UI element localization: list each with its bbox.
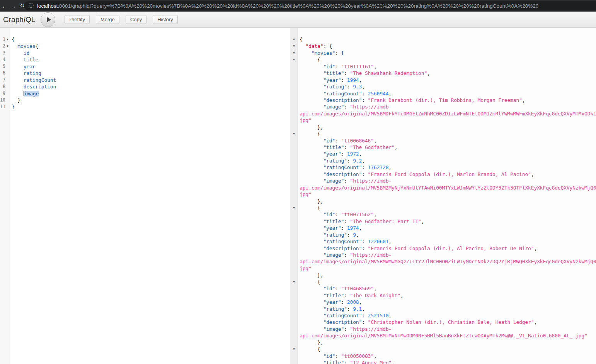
result-line: "description": "Francis Ford Coppola (di…	[300, 245, 596, 252]
result-line: api.com/images/original/MV5BM2MyNjYxNmUt…	[300, 185, 596, 191]
back-icon[interactable]: ←	[0, 3, 9, 9]
fold-arrow-icon[interactable]: ▾	[290, 43, 298, 49]
url-path: :8081/graphiql?query=%7B%0A%20%20movies%…	[58, 3, 538, 9]
result-line: jpg"	[300, 265, 596, 272]
graphiql-toolbar: GraphiQL Prettify Merge Copy History	[0, 12, 596, 28]
fold-spacer	[5, 90, 10, 97]
result-line: "data": {	[300, 43, 596, 49]
result-line: "rating": 9.3,	[300, 83, 596, 90]
query-line: {	[12, 36, 290, 43]
fold-arrow-icon[interactable]: ▾	[5, 36, 10, 43]
line-number: 5	[0, 63, 5, 70]
gutter-row: 3	[0, 50, 10, 56]
fold-arrow-icon[interactable]: ▾	[290, 36, 298, 43]
result-line: "rating": 9.1,	[300, 306, 596, 312]
query-line: }	[12, 97, 290, 103]
result-fold-gutter: ▾▾▾▾▾▾▾▾	[290, 28, 298, 364]
query-line: ratingCount	[12, 77, 290, 83]
fold-arrow-icon[interactable]: ▾	[290, 50, 298, 56]
fold-arrow-icon[interactable]: ▾	[290, 279, 298, 285]
site-info-icon[interactable]: ⓘ	[29, 2, 34, 9]
query-line: movies{	[12, 43, 290, 49]
line-number: 7	[0, 77, 5, 83]
result-line: "description": "Christopher Nolan (dir.)…	[300, 319, 596, 325]
result-line: jpg"	[300, 191, 596, 198]
history-button[interactable]: History	[153, 15, 177, 24]
result-line: "year": 1972,	[300, 151, 596, 157]
url-input[interactable]: ⓘ localhost:8081/graphiql?query=%7B%0A%2…	[24, 1, 596, 10]
result-line: "year": 2008,	[300, 299, 596, 305]
result-line: "ratingCount": 1762728,	[300, 164, 596, 171]
forward-icon[interactable]: →	[9, 3, 18, 9]
copy-button[interactable]: Copy	[126, 15, 146, 24]
result-line: "id": "tt0068646",	[300, 137, 596, 144]
line-number: 8	[0, 83, 5, 90]
query-line: image	[12, 90, 290, 97]
fold-arrow-icon[interactable]: ▾	[290, 130, 298, 137]
gutter-row: 2▾	[0, 43, 10, 49]
result-line: "rating": 9.2,	[300, 157, 596, 164]
fold-spacer	[5, 77, 10, 83]
query-line: title	[12, 56, 290, 63]
gutter-row: 6	[0, 70, 10, 76]
fold-arrow-icon[interactable]: ▾	[5, 43, 10, 49]
query-line: description	[12, 83, 290, 90]
result-line: "description": "Frank Darabont (dir.), T…	[300, 97, 596, 103]
execute-query-button[interactable]	[41, 12, 55, 27]
result-line: api.com/images/original/MV5BMTMxNTMwODM0…	[300, 332, 596, 339]
result-line: "title": "12 Angry Men",	[300, 359, 596, 364]
result-line: },	[300, 124, 596, 130]
line-number: 9	[0, 90, 5, 97]
result-line: "image": "https://imdb-	[300, 326, 596, 332]
query-editor[interactable]: 1▾2▾34567891011 { movies{ id title year …	[0, 28, 290, 364]
query-code[interactable]: { movies{ id title year rating ratingCou…	[10, 28, 290, 364]
query-line: rating	[12, 70, 290, 76]
gutter-row: 9	[0, 90, 10, 97]
line-number: 3	[0, 50, 5, 56]
result-viewer[interactable]: { "data": { "movies": [ { "id": "tt01111…	[298, 28, 596, 364]
line-number: 2	[0, 43, 5, 49]
result-line: jpg"	[300, 117, 596, 124]
workspace: 1▾2▾34567891011 { movies{ id title year …	[0, 28, 596, 364]
line-number: 4	[0, 56, 5, 63]
result-line: "id": "tt0111161",	[300, 63, 596, 70]
graphiql-logo: GraphiQL	[3, 15, 35, 24]
fold-arrow-icon[interactable]: ▾	[290, 205, 298, 211]
result-line: {	[300, 36, 596, 43]
fold-spacer	[5, 97, 10, 103]
browser-address-bar: ← → ↻ ⓘ localhost:8081/graphiql?query=%7…	[0, 0, 596, 12]
result-line: "image": "https://imdb-	[300, 252, 596, 258]
result-line: "year": 1994,	[300, 77, 596, 83]
fold-arrow-icon[interactable]: ▾	[290, 346, 298, 352]
result-line: "ratingCount": 1220601,	[300, 238, 596, 245]
gutter-row: 7	[0, 77, 10, 83]
result-line: "title": "The Godfather: Part II",	[300, 218, 596, 225]
result-line: {	[300, 346, 596, 352]
fold-arrow-icon[interactable]: ▾	[290, 56, 298, 63]
editor-gutter: 1▾2▾34567891011	[0, 28, 10, 364]
result-line: },	[300, 198, 596, 205]
result-line: {	[300, 56, 596, 63]
fold-spacer	[5, 70, 10, 76]
result-line: "description": "Francis Ford Coppola (di…	[300, 171, 596, 178]
line-number: 6	[0, 70, 5, 76]
gutter-row: 8	[0, 83, 10, 90]
result-line: },	[300, 272, 596, 278]
gutter-row: 5	[0, 63, 10, 70]
gutter-row: 4	[0, 56, 10, 63]
query-line: year	[12, 63, 290, 70]
result-line: "ratingCount": 2560944,	[300, 90, 596, 97]
prettify-button[interactable]: Prettify	[65, 15, 89, 24]
fold-spacer	[5, 63, 10, 70]
result-line: {	[300, 279, 596, 285]
line-number: 1	[0, 36, 5, 43]
result-line: "id": "tt0071562",	[300, 211, 596, 218]
query-line: id	[12, 50, 290, 56]
line-number: 10	[0, 97, 5, 103]
result-line: "id": "tt0050083",	[300, 353, 596, 359]
result-line: {	[300, 130, 596, 137]
fold-spacer	[5, 83, 10, 90]
gutter-row: 11	[0, 103, 10, 110]
result-line: "year": 1974,	[300, 225, 596, 231]
merge-button[interactable]: Merge	[96, 15, 119, 24]
